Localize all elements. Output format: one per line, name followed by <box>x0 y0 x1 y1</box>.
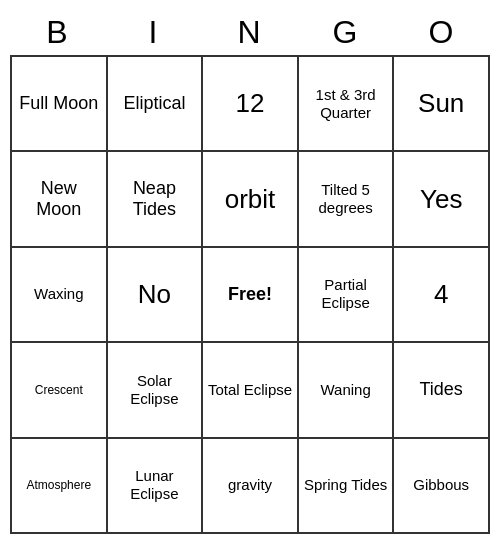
bingo-cell: New Moon <box>12 152 108 247</box>
bingo-cell: orbit <box>203 152 299 247</box>
bingo-cell: Waxing <box>12 248 108 343</box>
bingo-cell: Solar Eclipse <box>108 343 204 438</box>
bingo-cell: Partial Eclipse <box>299 248 395 343</box>
bingo-cell: Lunar Eclipse <box>108 439 204 534</box>
bingo-cell: No <box>108 248 204 343</box>
bingo-cell: Neap Tides <box>108 152 204 247</box>
bingo-card: BINGO Full MoonEliptical121st & 3rd Quar… <box>10 10 490 534</box>
header-letter: I <box>106 10 202 55</box>
header-letter: B <box>10 10 106 55</box>
bingo-cell: Sun <box>394 57 490 152</box>
bingo-cell: 1st & 3rd Quarter <box>299 57 395 152</box>
bingo-header: BINGO <box>10 10 490 55</box>
bingo-cell: gravity <box>203 439 299 534</box>
bingo-cell: Full Moon <box>12 57 108 152</box>
bingo-cell: Eliptical <box>108 57 204 152</box>
bingo-cell: Waning <box>299 343 395 438</box>
bingo-cell: Gibbous <box>394 439 490 534</box>
header-letter: O <box>394 10 490 55</box>
bingo-cell: Atmosphere <box>12 439 108 534</box>
bingo-grid: Full MoonEliptical121st & 3rd QuarterSun… <box>10 55 490 534</box>
bingo-cell: Free! <box>203 248 299 343</box>
bingo-cell: Total Eclipse <box>203 343 299 438</box>
bingo-cell: Crescent <box>12 343 108 438</box>
bingo-cell: 12 <box>203 57 299 152</box>
bingo-cell: 4 <box>394 248 490 343</box>
bingo-cell: Tilted 5 degrees <box>299 152 395 247</box>
bingo-cell: Spring Tides <box>299 439 395 534</box>
header-letter: N <box>202 10 298 55</box>
header-letter: G <box>298 10 394 55</box>
bingo-cell: Yes <box>394 152 490 247</box>
bingo-cell: Tides <box>394 343 490 438</box>
